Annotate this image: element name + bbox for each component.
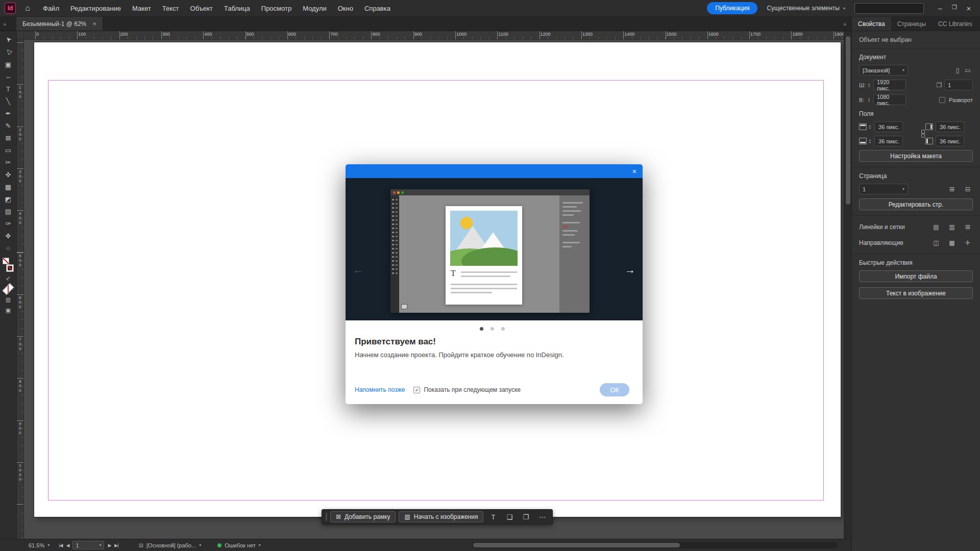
preflight-status[interactable]: Ошибок нет ▾: [217, 542, 261, 548]
last-page-button[interactable]: ▶|: [114, 543, 118, 548]
pencil-tool[interactable]: ✎: [2, 119, 14, 132]
zoom-control[interactable]: 61.5% ▾: [29, 542, 50, 548]
drag-handle-icon[interactable]: [326, 513, 327, 521]
smart-guides-icon[interactable]: ▦: [947, 238, 957, 247]
show-rulers-icon[interactable]: ▤: [931, 222, 941, 232]
zoom-tool[interactable]: ○: [2, 242, 14, 254]
first-page-button[interactable]: |◀: [59, 543, 62, 548]
baseline-grid-icon[interactable]: ▥: [947, 222, 957, 232]
horizontal-ruler[interactable]: 0100200300400500600700800900100011001200…: [24, 31, 844, 40]
preflight-profile-menu[interactable]: ▤ [Основной] (рабо... ▾: [139, 542, 202, 548]
note-tool[interactable]: ▤: [2, 205, 14, 217]
menu-item-3[interactable]: Текст: [157, 0, 185, 17]
menu-item-9[interactable]: Справка: [359, 0, 396, 17]
document-grid-icon[interactable]: ⊞: [963, 222, 973, 232]
close-tab-icon[interactable]: ×: [92, 20, 96, 28]
menu-item-8[interactable]: Окно: [332, 0, 359, 17]
spin-down-icon[interactable]: ▾: [868, 85, 872, 88]
rectangle-frame-tool[interactable]: ⊠: [2, 132, 14, 144]
checkbox-checked-icon[interactable]: ✓: [413, 387, 420, 393]
menu-item-2[interactable]: Макет: [127, 0, 157, 17]
preview-mode-icon[interactable]: ▥: [2, 294, 14, 305]
carousel-next-icon[interactable]: →: [625, 264, 635, 276]
layout-settings-button[interactable]: Настройка макета: [859, 150, 973, 162]
horizontal-scrollbar-thumb[interactable]: [473, 543, 680, 547]
spinner-arrows-icon[interactable]: ▴ ▾: [869, 124, 873, 130]
page-count-field[interactable]: 1: [944, 80, 973, 90]
prev-page-button[interactable]: ◀: [66, 543, 69, 548]
gradient-tool[interactable]: ▩: [2, 181, 14, 193]
add-page-icon[interactable]: ⊞: [947, 184, 957, 194]
lock-guides-icon[interactable]: ◫: [931, 238, 941, 247]
close-window-icon[interactable]: ×: [962, 4, 976, 13]
workspace-switcher[interactable]: Существенные элементы ▾: [767, 5, 845, 12]
import-file-button[interactable]: Импорт файла: [859, 270, 973, 282]
portrait-orientation-icon[interactable]: ▯: [952, 65, 963, 75]
margin-bottom-field[interactable]: 36 пикс.: [874, 136, 903, 146]
text-to-image-button[interactable]: Текст в изображение: [859, 287, 973, 299]
rectangle-tool[interactable]: ▭: [2, 144, 14, 156]
landscape-orientation-icon[interactable]: ▭: [963, 65, 973, 75]
margin-right-spinner[interactable]: 36 пикс.: [936, 121, 964, 132]
height-spinner[interactable]: ▴ ▾ 1080 пикс.: [868, 94, 906, 105]
page-select-dropdown[interactable]: 1 ▾: [859, 184, 908, 194]
facing-pages-checkbox[interactable]: [939, 97, 945, 103]
ok-button[interactable]: ОК: [600, 383, 629, 396]
scissors-tool[interactable]: ✂: [2, 156, 14, 168]
carousel-prev-icon[interactable]: ←: [353, 264, 363, 276]
width-spinner[interactable]: ▴ ▾ 1920 пикс.: [868, 80, 906, 90]
vertical-scrollbar[interactable]: [844, 31, 851, 539]
panel-tab-cc-libraries[interactable]: CC Libraries: [932, 17, 978, 31]
expand-right-panel-icon[interactable]: »: [840, 17, 849, 31]
page-icon[interactable]: ❏: [503, 511, 516, 522]
document-tab[interactable]: Безымянный-1 @ 62% ×: [16, 17, 103, 31]
add-text-icon[interactable]: T: [486, 511, 500, 522]
spin-down-icon[interactable]: ▾: [869, 141, 873, 144]
edit-page-button[interactable]: Редактировать стр.: [859, 198, 973, 210]
panel-tab-страницы[interactable]: Страницы: [891, 17, 932, 31]
document-preset-dropdown[interactable]: [Заказной] ▾: [859, 65, 908, 76]
ruler-origin[interactable]: [17, 31, 24, 40]
margin-top-spinner[interactable]: ▴ ▾ 36 пикс.: [869, 121, 903, 132]
free-transform-tool[interactable]: ✜: [2, 168, 14, 181]
maximize-icon[interactable]: ❒: [947, 4, 962, 13]
gradient-feather-tool[interactable]: ◩: [2, 193, 14, 205]
publish-button[interactable]: Публикация: [707, 2, 757, 14]
spin-down-icon[interactable]: ▾: [868, 100, 872, 103]
pen-tool[interactable]: ✒: [2, 107, 14, 119]
spin-down-icon[interactable]: ▾: [869, 127, 873, 130]
menu-item-4[interactable]: Объект: [185, 0, 218, 17]
horizontal-scrollbar[interactable]: [472, 542, 838, 548]
type-tool[interactable]: T: [2, 83, 14, 95]
eyedropper-tool[interactable]: ✑: [2, 217, 14, 230]
apply-none-icon[interactable]: [2, 283, 14, 295]
fill-stroke-swatches[interactable]: [2, 258, 14, 271]
search-input[interactable]: [854, 3, 924, 14]
vertical-scrollbar-thumb[interactable]: [846, 36, 850, 205]
margin-left-field[interactable]: 36 пикс.: [936, 136, 964, 146]
add-frame-button[interactable]: ⊠ Добавить рамку: [330, 511, 396, 522]
carousel-dot-0[interactable]: [480, 327, 483, 331]
next-page-button[interactable]: ▶: [108, 543, 111, 548]
home-icon[interactable]: ⌂: [20, 4, 35, 13]
margin-left-spinner[interactable]: 36 пикс.: [936, 136, 964, 146]
width-field[interactable]: 1920 пикс.: [873, 80, 906, 90]
minimize-icon[interactable]: –: [933, 4, 947, 13]
screen-mode-icon[interactable]: ▣: [2, 305, 14, 316]
margin-bottom-spinner[interactable]: ▴ ▾ 36 пикс.: [869, 136, 903, 146]
fill-swatch-icon[interactable]: [3, 258, 9, 264]
height-field[interactable]: 1080 пикс.: [873, 94, 906, 105]
vertical-ruler[interactable]: 1002003004005006007008009001000: [17, 40, 24, 539]
hand-tool[interactable]: ✥: [2, 230, 14, 242]
snap-guides-icon[interactable]: ✛: [963, 238, 973, 247]
dialog-close-icon[interactable]: ×: [632, 167, 636, 176]
menu-item-1[interactable]: Редактирование: [65, 0, 127, 17]
delete-page-icon[interactable]: ⊟: [963, 184, 973, 194]
spinner-arrows-icon[interactable]: ▴ ▾: [868, 83, 872, 88]
start-with-image-button[interactable]: ▧ Начать с изображения: [399, 511, 483, 522]
page-number-field[interactable]: 1 ▾: [72, 541, 104, 549]
carousel-dot-2[interactable]: [501, 327, 505, 331]
menu-item-7[interactable]: Модули: [297, 0, 332, 17]
add-page-icon[interactable]: ❐: [519, 511, 532, 522]
menu-item-5[interactable]: Таблица: [218, 0, 256, 17]
